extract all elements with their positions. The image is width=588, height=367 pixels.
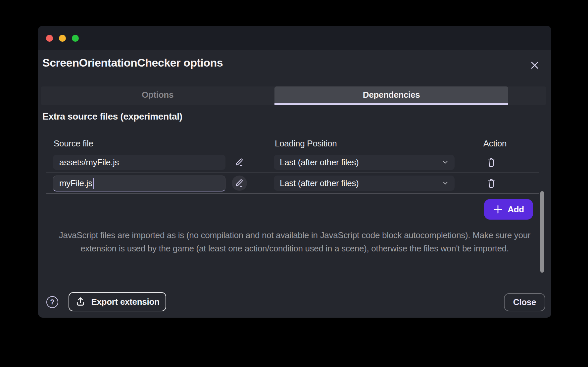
table-header-row: Source file Loading Position Action bbox=[46, 136, 539, 152]
close-icon[interactable] bbox=[527, 58, 542, 73]
note-text: JavaScript files are imported as is (no … bbox=[42, 229, 547, 255]
chevron-down-icon bbox=[443, 161, 448, 164]
trash-icon bbox=[487, 157, 496, 168]
delete-row-button[interactable] bbox=[484, 176, 499, 190]
upload-icon bbox=[75, 296, 86, 307]
dialog-title: ScreenOrientationChecker options bbox=[42, 56, 223, 69]
edit-button[interactable] bbox=[232, 155, 247, 170]
tab-bar: Options Dependencies bbox=[41, 86, 546, 105]
screen: ScreenOrientationChecker options Options… bbox=[0, 0, 588, 367]
export-extension-button[interactable]: Export extension bbox=[69, 292, 166, 311]
help-button[interactable]: ? bbox=[46, 296, 58, 308]
tab-dependencies-label: Dependencies bbox=[363, 90, 420, 100]
source-files-table: Source file Loading Position Action asse… bbox=[46, 136, 539, 194]
loading-position-select[interactable]: Last (after other files) bbox=[274, 176, 455, 191]
source-file-input[interactable]: assets/myFile.js bbox=[53, 155, 225, 170]
text-caret bbox=[93, 178, 94, 189]
close-button-label: Close bbox=[513, 297, 536, 307]
pencil-icon bbox=[234, 178, 244, 188]
section-heading: Extra source files (experimental) bbox=[42, 111, 182, 122]
plus-icon bbox=[493, 204, 503, 214]
pencil-icon bbox=[234, 157, 244, 167]
column-header-loading-position: Loading Position bbox=[275, 138, 337, 149]
table-row: assets/myFile.js Last (after other files… bbox=[46, 152, 539, 173]
loading-position-value: Last (after other files) bbox=[280, 157, 359, 168]
chevron-down-icon bbox=[443, 182, 448, 185]
tab-options[interactable]: Options bbox=[41, 86, 274, 105]
traffic-light-minimize[interactable] bbox=[59, 35, 66, 42]
question-mark-icon: ? bbox=[50, 298, 54, 306]
delete-row-button[interactable] bbox=[484, 155, 499, 170]
close-button[interactable]: Close bbox=[504, 293, 545, 311]
traffic-light-zoom[interactable] bbox=[72, 35, 79, 42]
tab-options-label: Options bbox=[142, 90, 173, 100]
source-file-value: myFile.js bbox=[59, 178, 92, 188]
export-extension-label: Export extension bbox=[91, 297, 159, 307]
edit-button[interactable] bbox=[232, 176, 247, 191]
traffic-light-close[interactable] bbox=[46, 35, 53, 42]
loading-position-value: Last (after other files) bbox=[280, 178, 359, 188]
tab-dependencies[interactable]: Dependencies bbox=[274, 86, 508, 105]
loading-position-select[interactable]: Last (after other files) bbox=[274, 155, 455, 170]
column-header-action: Action bbox=[473, 138, 516, 149]
source-file-value: assets/myFile.js bbox=[59, 157, 119, 168]
trash-icon bbox=[487, 178, 496, 188]
source-file-input-focused[interactable]: myFile.js bbox=[53, 176, 225, 191]
add-button[interactable]: Add bbox=[484, 199, 533, 220]
titlebar bbox=[38, 26, 551, 50]
table-row: myFile.js Last (after other files) bbox=[46, 173, 539, 194]
dialog-window: ScreenOrientationChecker options Options… bbox=[38, 26, 551, 318]
column-header-source-file: Source file bbox=[54, 138, 93, 149]
add-button-label: Add bbox=[508, 204, 524, 215]
